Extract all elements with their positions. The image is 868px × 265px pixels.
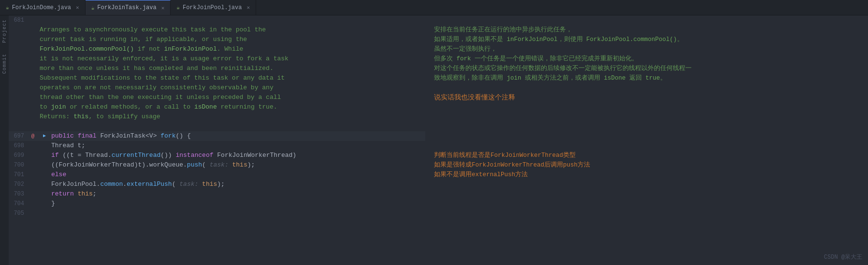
ln-blank6 <box>9 73 27 83</box>
ln-blank10 <box>9 112 27 122</box>
doc-blank <box>9 122 425 131</box>
ln-702: 702 <box>9 180 27 189</box>
ln-697: 697 <box>9 131 27 141</box>
cd-700: ((ForkJoinWorkerThread)t).workQueue.push… <box>50 160 425 170</box>
doc-line-9: to join or related methods, or a call to… <box>9 102 425 112</box>
cd-702: ForkJoinPool.common.externalPush( task: … <box>50 180 425 189</box>
gt2-704 <box>39 199 50 209</box>
doc-line-3: ForkJoinPool.commonPool() if not inForkJ… <box>9 44 425 54</box>
ln-blank9 <box>9 102 27 112</box>
doc-text-4: it is not necessarily enforced, it is a … <box>39 54 425 64</box>
line-698: 698 Thread t; <box>9 141 425 151</box>
gt2-702 <box>39 180 50 189</box>
gt-blank6 <box>27 73 39 83</box>
ln-blank8 <box>9 93 27 102</box>
ln-blank2 <box>9 35 27 44</box>
ann-code-701: 如果不是调用externalPush方法 <box>430 170 868 180</box>
line-704: 704 } <box>9 199 425 209</box>
line-699: 699 if ((t = Thread.currentThread()) ins… <box>9 151 425 160</box>
line-705: 705 <box>9 209 425 218</box>
doc-line-5: more than once unless it has completed a… <box>9 64 425 73</box>
ln-705: 705 <box>9 209 27 218</box>
tab-close-3[interactable]: ✕ <box>246 4 250 11</box>
main-area: Project Commit 681 Arranges to asynchron… <box>0 15 868 265</box>
ann-2: 如果适用，或者如果不是 inForkJoinPool，则使用 ForkJoinP… <box>430 35 868 44</box>
ann-code-702 <box>430 180 868 189</box>
tab-bar: ☕ ForkJoinDome.java ✕ ☕ ForkJoinTask.jav… <box>0 0 868 15</box>
java-icon-2: ☕ <box>91 5 95 11</box>
gt-698 <box>27 141 39 151</box>
doc-text-6: Subsequent modifications to the state of… <box>39 73 425 83</box>
cd-704: } <box>50 199 425 209</box>
gt2-700 <box>39 160 50 170</box>
ln-703: 703 <box>9 189 27 199</box>
cd-703: return this; <box>50 189 425 199</box>
ann-1: 安排在当前任务正在运行的池中异步执行此任务， <box>430 25 868 35</box>
ann-4: 但多次 fork 一个任务是一个使用错误，除非它已经完成并重新初始化。 <box>430 54 868 64</box>
tab-forkjoinpool[interactable]: ☕ ForkJoinPool.java ✕ <box>171 0 256 15</box>
line-697: 697 @ ▶ public final ForkJoinTask<V> for… <box>9 131 425 141</box>
ln-698: 698 <box>9 141 27 151</box>
tab-label-1: ForkJoinDome.java <box>12 4 71 11</box>
doc-line-8: thread other than the one executing it u… <box>9 93 425 102</box>
cd-681 <box>39 15 425 25</box>
gt-699 <box>27 151 39 160</box>
tab-label-2: ForkJoinTask.java <box>97 4 156 11</box>
gt-blank9 <box>27 102 39 112</box>
ann-blank1 <box>430 83 868 93</box>
doc-text-7: operates on are not necessarily consiste… <box>39 83 425 93</box>
doc-text-1: Arranges to asynchronously execute this … <box>39 25 425 35</box>
gt-701 <box>27 170 39 180</box>
left-panel: 681 Arranges to asynchronously execute t… <box>9 15 425 218</box>
cd-705 <box>50 209 425 218</box>
editor-area: 681 Arranges to asynchronously execute t… <box>9 15 868 265</box>
doc-comment-block: 681 Arranges to asynchronously execute t… <box>9 15 868 218</box>
doc-text-8: thread other than the one executing it u… <box>39 93 425 102</box>
tab-close-1[interactable]: ✕ <box>76 4 79 11</box>
ann-code-703 <box>430 189 868 199</box>
doc-text-2: current task is running in, if applicabl… <box>39 35 425 44</box>
commit-label: Commit <box>2 54 7 74</box>
gt2-703 <box>39 189 50 199</box>
line-700: 700 ((ForkJoinWorkerThread)t).workQueue.… <box>9 160 425 170</box>
gt-blank3 <box>27 44 39 54</box>
doc-line-4: it is not necessarily enforced, it is a … <box>9 54 425 64</box>
ann-code-699: 判断当前线程是否是ForkJoinWorkerThread类型 <box>430 151 868 160</box>
ann-comment: 说实话我也没看懂这个注释 <box>430 93 868 102</box>
ann-blank3 <box>430 112 868 122</box>
gt-blank4 <box>27 54 39 64</box>
ann-3: 虽然不一定强制执行， <box>430 44 868 54</box>
tab-close-2[interactable]: ✕ <box>161 5 165 11</box>
doc-line-6: Subsequent modifications to the state of… <box>9 73 425 83</box>
gt-blank7 <box>27 83 39 93</box>
ln-blank7 <box>9 83 27 93</box>
gt-700 <box>27 160 39 170</box>
gt2-699 <box>39 151 50 160</box>
ann-6: 致地观察到，除非在调用 join 或相关方法之前，或者调用 isDone 返回 … <box>430 73 868 83</box>
gt-697: @ <box>27 131 39 141</box>
watermark: CSDN @呆大王 <box>824 253 862 261</box>
ln-blank4 <box>9 54 27 64</box>
tab-forkjoindome[interactable]: ☕ ForkJoinDome.java ✕ <box>0 0 86 15</box>
java-icon-1: ☕ <box>6 4 9 11</box>
doc-text-5: more than once unless it has completed a… <box>39 64 425 73</box>
ln-blank1 <box>9 25 27 35</box>
cd-701: else <box>50 170 425 180</box>
ann-code-698 <box>430 141 868 151</box>
gt-blank1 <box>27 25 39 35</box>
gt-705 <box>27 209 39 218</box>
tab-forkjointask[interactable]: ☕ ForkJoinTask.java ✕ <box>86 0 171 15</box>
gt-703 <box>27 189 39 199</box>
side-panel: Project Commit <box>0 15 9 265</box>
gt-blank10 <box>27 112 39 122</box>
doc-text-10: Returns: this, to simplify usage <box>39 112 425 122</box>
line-702: 702 ForkJoinPool.common.externalPush( ta… <box>9 180 425 189</box>
ln-blank3 <box>9 44 27 54</box>
line-701: 701 else <box>9 170 425 180</box>
gt-blank2 <box>27 35 39 44</box>
gt2-698 <box>39 141 50 151</box>
ln-701: 701 <box>9 170 27 180</box>
ann-blank2 <box>430 102 868 112</box>
ann-code-blank <box>430 122 868 131</box>
right-annotation-panel: 安排在当前任务正在运行的池中异步执行此任务， 如果适用，或者如果不是 inFor… <box>425 15 868 218</box>
